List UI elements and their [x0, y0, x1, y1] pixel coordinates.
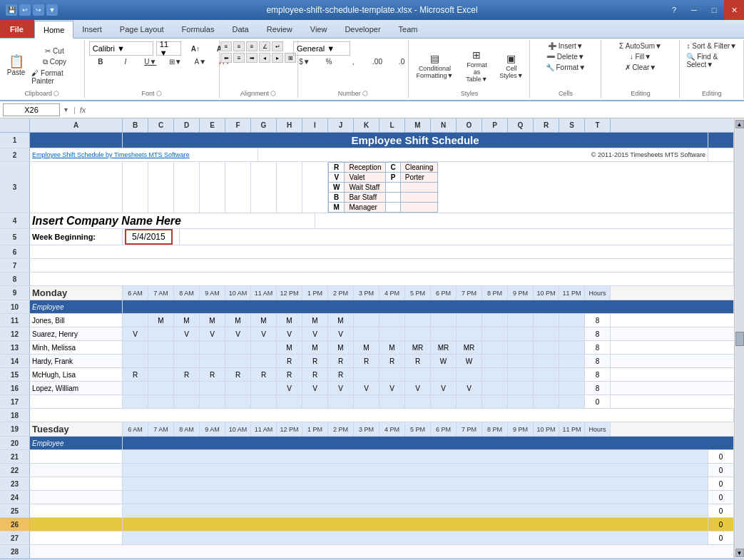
conditional-formatting-button[interactable]: ▤ Conditional Formatting▼ [413, 50, 456, 82]
save-quick-btn[interactable]: 💾 [6, 4, 17, 16]
maximize-btn[interactable]: □ [704, 0, 724, 20]
r16-10am[interactable] [225, 382, 251, 394]
r16-11am[interactable] [251, 382, 277, 394]
week-value-cell[interactable]: 5/4/2015 [123, 229, 180, 245]
r17-name[interactable] [30, 395, 123, 408]
col-h[interactable]: H [277, 118, 302, 132]
r13-10pm[interactable] [534, 341, 559, 354]
r15-7pm[interactable] [457, 368, 482, 381]
emp-hardy[interactable]: Hardy, Frank [30, 355, 123, 367]
r13-7am[interactable] [148, 341, 174, 354]
emp-minh[interactable]: Minh, Melissa [30, 341, 123, 354]
emp-lopez[interactable]: Lopez, William [30, 382, 123, 394]
r12-1pm[interactable]: V [302, 327, 328, 340]
col-i[interactable]: I [302, 118, 328, 132]
r14-4pm[interactable]: R [379, 355, 405, 367]
r13-12pm[interactable]: M [277, 341, 302, 354]
copy-button[interactable]: ⧉ Copy [29, 57, 80, 67]
delete-cells-button[interactable]: ➖ Delete▼ [544, 52, 587, 61]
r17-c13[interactable] [431, 395, 457, 408]
wrap-text-btn[interactable]: ↵ [272, 41, 283, 51]
r13-7pm[interactable]: MR [457, 341, 482, 354]
r12-7pm[interactable] [457, 327, 482, 340]
tab-formulas[interactable]: Formulas [173, 20, 224, 38]
tab-insert[interactable]: Insert [73, 20, 111, 38]
col-e[interactable]: E [200, 118, 225, 132]
r23-shifts[interactable] [123, 477, 708, 490]
col-k[interactable]: K [354, 118, 379, 132]
col-l[interactable]: L [379, 118, 405, 132]
increase-font-btn[interactable]: A↑ [184, 44, 207, 54]
tab-team[interactable]: Team [390, 20, 427, 38]
r17-c12[interactable] [405, 395, 431, 408]
r15-9pm[interactable] [508, 368, 534, 381]
r11-7am[interactable]: M [148, 314, 174, 327]
r15-7am[interactable] [148, 368, 174, 381]
r13-1pm[interactable]: M [302, 341, 328, 354]
r14-8pm[interactable] [482, 355, 508, 367]
r13-6am[interactable] [123, 341, 148, 354]
col-d[interactable]: D [174, 118, 200, 132]
indent-inc-btn[interactable]: ▸ [272, 53, 283, 63]
r15-10am[interactable]: R [225, 368, 251, 381]
r14-5pm[interactable]: R [405, 355, 431, 367]
r11-2pm[interactable]: M [328, 314, 354, 327]
r14-6am[interactable] [123, 355, 148, 367]
r24-shifts[interactable] [123, 491, 708, 504]
r13-5pm[interactable]: MR [405, 341, 431, 354]
r12-8pm[interactable] [482, 327, 508, 340]
r17-c18[interactable] [559, 395, 585, 408]
r15-8am[interactable]: R [174, 368, 200, 381]
r12-4pm[interactable] [379, 327, 405, 340]
r15-5pm[interactable] [405, 368, 431, 381]
r15-10pm[interactable] [534, 368, 559, 381]
r16-6am[interactable] [123, 382, 148, 394]
r16-4pm[interactable]: V [379, 382, 405, 394]
dropdown-quick-btn[interactable]: ▼ [46, 4, 58, 16]
r16-7pm[interactable]: V [457, 382, 482, 394]
emp-suarez[interactable]: Suarez, Henry [30, 327, 123, 340]
r17-c9[interactable] [328, 395, 354, 408]
minimize-btn[interactable]: ─ [684, 0, 704, 20]
col-m[interactable]: M [405, 118, 431, 132]
underline-button[interactable]: U▼ [139, 57, 162, 66]
align-right-btn[interactable]: ➡ [246, 53, 258, 63]
col-o[interactable]: O [457, 118, 482, 132]
r12-6pm[interactable] [431, 327, 457, 340]
r11-9pm[interactable] [508, 314, 534, 327]
emp-mchugh[interactable]: McHugh, Lisa [30, 368, 123, 381]
r12-12pm[interactable]: V [277, 327, 302, 340]
help-btn[interactable]: ? [664, 0, 684, 20]
r17-c16[interactable] [508, 395, 534, 408]
increase-decimal-btn[interactable]: .00 [366, 57, 389, 66]
tab-view[interactable]: View [302, 20, 337, 38]
align-center-btn[interactable]: ≡ [233, 53, 245, 63]
r15-11am[interactable]: R [251, 368, 277, 381]
r12-11pm[interactable] [559, 327, 585, 340]
col-p[interactable]: P [482, 118, 508, 132]
r13-9pm[interactable] [508, 341, 534, 354]
r12-7am[interactable] [148, 327, 174, 340]
r15-8pm[interactable] [482, 368, 508, 381]
r11-4pm[interactable] [379, 314, 405, 327]
r16-1pm[interactable]: V [302, 382, 328, 394]
align-top-left-btn[interactable]: ≡ [220, 41, 232, 51]
r21-shifts[interactable] [123, 450, 708, 463]
r12-6am[interactable]: V [123, 327, 148, 340]
r11-12pm[interactable]: M [277, 314, 302, 327]
r15-3pm[interactable] [354, 368, 379, 381]
r13-3pm[interactable]: M [354, 341, 379, 354]
format-painter-button[interactable]: 🖌 Format Painter [29, 68, 80, 86]
clear-button[interactable]: ✗ Clear▼ [623, 63, 659, 72]
r17-c6[interactable] [251, 395, 277, 408]
title-cell[interactable] [30, 133, 123, 148]
r17-c3[interactable] [174, 395, 200, 408]
r14-6pm[interactable]: W [431, 355, 457, 367]
r12-10pm[interactable] [534, 327, 559, 340]
r25-name[interactable] [30, 504, 123, 517]
week-input[interactable]: 5/4/2015 [125, 229, 173, 245]
r11-3pm[interactable] [354, 314, 379, 327]
r12-8am[interactable]: V [174, 327, 200, 340]
r16-7am[interactable] [148, 382, 174, 394]
r17-c1[interactable] [123, 395, 148, 408]
